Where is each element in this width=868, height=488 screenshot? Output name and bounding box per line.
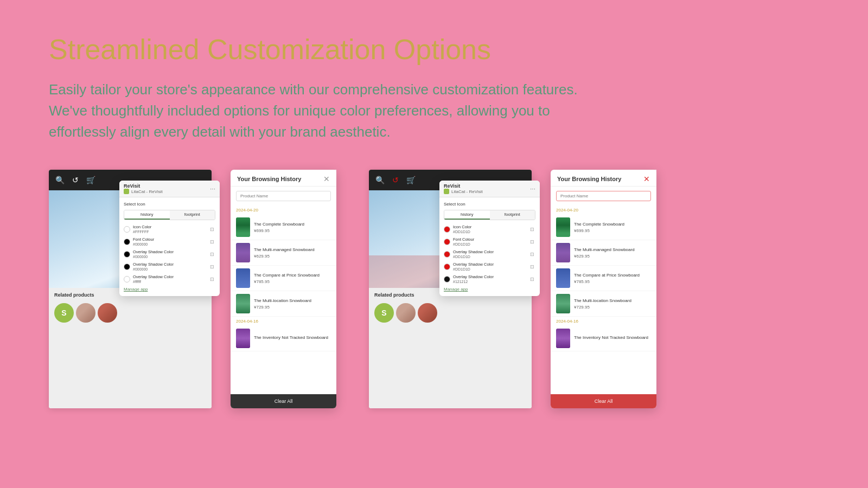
snowboard-purple2-red (556, 329, 570, 348)
snowboard-blue-red (556, 268, 570, 288)
product-price-4: ¥729.95 (254, 305, 331, 310)
product-thumb-2-red (556, 243, 570, 262)
overlay3-label-red: Overlay Shadow Color#121212 (453, 274, 527, 284)
tab-footprint-red[interactable]: footprint (490, 210, 535, 220)
font-color-swatch[interactable] (124, 239, 130, 245)
icon-color-edit-red[interactable]: ⊡ (530, 227, 535, 232)
product-price-2: ¥629.95 (254, 254, 331, 259)
manage-app-link[interactable]: Manage app (124, 287, 215, 292)
select-icon-label: Select Icon (124, 202, 215, 207)
admin-menu-dots-red[interactable]: ··· (530, 185, 535, 192)
icon-color-swatch-red[interactable] (444, 226, 450, 233)
product-search-input-red[interactable] (556, 191, 651, 201)
history-item-1-red[interactable]: The Complete Snowboard ¥699.95 (551, 215, 656, 240)
product-info-4: The Multi-location Snowboard ¥729.95 (254, 298, 331, 310)
overlay2-swatch-red[interactable] (444, 264, 450, 270)
cart-icon[interactable]: 🛒 (86, 176, 95, 184)
history-scroll-area[interactable]: 2024-04-20 The Complete Snowboard ¥699.9… (231, 206, 336, 390)
overlay3-swatch-red[interactable] (444, 276, 450, 282)
color-row-overlay3: Overlay Shadow Color#ffffff ⊡ (124, 274, 215, 284)
history-item-4-red[interactable]: The Multi-location Snowboard ¥729.95 (551, 291, 656, 317)
overlay1-edit[interactable]: ⊡ (210, 252, 215, 257)
product-info-3: The Compare at Price Snowboard ¥785.95 (254, 273, 331, 284)
product-name-2-red: The Multi-managed Snowboard (574, 247, 651, 253)
close-button[interactable]: ✕ (323, 175, 330, 183)
snowboard-green-red (556, 217, 570, 237)
history-item-1[interactable]: The Complete Snowboard ¥699.95 (231, 215, 336, 240)
cart-icon-red[interactable]: 🛒 (406, 176, 416, 184)
screenshot-red: 🔍 ↺ 🛒 Related products S (369, 170, 656, 408)
product-search-input[interactable] (236, 191, 331, 201)
snowboard-green (236, 217, 250, 237)
date-label-2-red: 2024-04-16 (551, 317, 656, 326)
search-icon: 🔍 (55, 176, 65, 184)
admin-panel-body: Select Icon history footprint Icon Color… (119, 197, 220, 296)
clear-all-button[interactable]: Clear All (231, 394, 336, 408)
date-label-2: 2024-04-16 (231, 317, 336, 326)
history-item-2[interactable]: The Multi-managed Snowboard ¥629.95 (231, 240, 336, 266)
admin-menu-dots[interactable]: ··· (210, 185, 215, 192)
product-info-2-red: The Multi-managed Snowboard ¥629.95 (574, 247, 651, 259)
product-thumb-3 (236, 268, 250, 288)
overlay3-edit-red[interactable]: ⊡ (530, 277, 535, 282)
tab-history[interactable]: history (124, 210, 170, 220)
history-item-5-red[interactable]: The Inventory Not Tracked Snowboard (551, 326, 656, 351)
tab-footprint[interactable]: footprint (170, 210, 215, 220)
overlay1-edit-red[interactable]: ⊡ (530, 252, 535, 257)
icon-color-edit[interactable]: ⊡ (210, 227, 215, 232)
font-color-swatch-red[interactable] (444, 239, 450, 245)
icon-color-swatch[interactable] (124, 226, 130, 233)
overlay2-swatch[interactable] (124, 264, 130, 270)
avatar-shopify: S (54, 303, 74, 323)
related-section-red: Related products S (369, 288, 532, 408)
overlay3-swatch[interactable] (124, 276, 130, 282)
overlay2-edit[interactable]: ⊡ (210, 264, 215, 269)
overlay2-label-red: Overlay Shadow Color#DD1D1D (453, 262, 527, 272)
history-item-5[interactable]: The Inventory Not Tracked Snowboard (231, 326, 336, 351)
color-row-font: Font Colour#000000 ⊡ (124, 237, 215, 247)
overlay1-label: Overlay Shadow Color#000000 (133, 249, 207, 259)
admin-panel-header-red: ReVisit LitaCat - ReVisit ··· (439, 181, 540, 197)
close-button-red[interactable]: ✕ (643, 175, 650, 183)
font-color-edit[interactable]: ⊡ (210, 239, 215, 245)
product-name-4-red: The Multi-location Snowboard (574, 298, 651, 304)
history-item-3[interactable]: The Compare at Price Snowboard ¥785.95 (231, 266, 336, 291)
color-row-overlay3-red: Overlay Shadow Color#121212 ⊡ (444, 274, 535, 284)
avatar-row: S (54, 303, 206, 323)
color-row-overlay2: Overlay Shadow Color#000000 ⊡ (124, 262, 215, 272)
screenshots-row: 🔍 ↺ 🛒 Related products S (49, 170, 819, 408)
product-name-2: The Multi-managed Snowboard (254, 247, 331, 253)
admin-sub-brand: LitaCat - ReVisit (124, 189, 163, 194)
product-thumb-4-red (556, 294, 570, 313)
history-header: Your Browsing History ✕ (231, 170, 336, 187)
snowboard-multi (236, 294, 250, 313)
product-thumb-2 (236, 243, 250, 262)
history-panel-title: Your Browsing History (237, 176, 301, 182)
product-price-3: ¥785.95 (254, 279, 331, 284)
color-row-icon: Icon Color#FFFFFF ⊡ (124, 224, 215, 234)
clear-all-button-red[interactable]: Clear All (551, 394, 656, 408)
history-panel-default: Your Browsing History ✕ 2024-04-20 The C… (231, 170, 336, 408)
overlay1-swatch-red[interactable] (444, 251, 450, 258)
overlay2-edit-red[interactable]: ⊡ (530, 264, 535, 269)
product-thumb-5 (236, 329, 250, 348)
overlay3-edit[interactable]: ⊡ (210, 277, 215, 282)
screenshot-default: 🔍 ↺ 🛒 Related products S (49, 170, 336, 408)
history-header-red: Your Browsing History ✕ (551, 170, 656, 187)
store-content-red: Related products S (369, 288, 532, 408)
history-item-4[interactable]: The Multi-location Snowboard ¥729.95 (231, 291, 336, 317)
font-color-edit-red[interactable]: ⊡ (530, 239, 535, 245)
overlay1-swatch[interactable] (124, 251, 130, 258)
history-item-2-red[interactable]: The Multi-managed Snowboard ¥629.95 (551, 240, 656, 266)
product-name-3-red: The Compare at Price Snowboard (574, 273, 651, 278)
history-icon-red[interactable]: ↺ (392, 176, 399, 184)
history-scroll-area-red[interactable]: 2024-04-20 The Complete Snowboard ¥699.9… (551, 206, 656, 390)
avatar-shopify-red: S (374, 303, 394, 323)
snowboard-purple-red (556, 243, 570, 262)
tab-history-red[interactable]: history (444, 210, 490, 220)
product-name-4: The Multi-location Snowboard (254, 298, 331, 304)
manage-app-link-red[interactable]: Manage app (444, 287, 535, 292)
select-icon-label-red: Select Icon (444, 202, 535, 207)
history-item-3-red[interactable]: The Compare at Price Snowboard ¥785.95 (551, 266, 656, 291)
history-icon[interactable]: ↺ (72, 176, 79, 184)
